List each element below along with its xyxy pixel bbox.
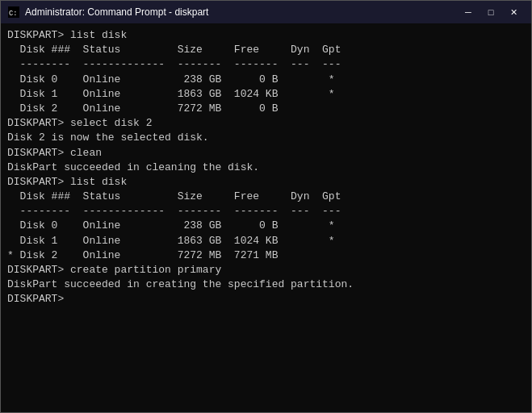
- console-line: DiskPart succeeded in creating the speci…: [7, 277, 525, 292]
- console-line: DISKPART>: [7, 292, 525, 307]
- console-line: Disk 0 Online 238 GB 0 B *: [7, 73, 525, 87]
- console-line: DiskPart succeeded in cleaning the disk.: [7, 161, 525, 175]
- window-controls: ─ □ ✕: [457, 1, 525, 23]
- console-line: DISKPART> select disk 2: [7, 116, 525, 131]
- console-output[interactable]: DISKPART> list disk Disk ### Status Size…: [1, 23, 531, 412]
- close-button[interactable]: ✕: [502, 1, 525, 23]
- minimize-button[interactable]: ─: [457, 1, 480, 23]
- console-line: Disk 1 Online 1863 GB 1024 KB *: [7, 234, 525, 248]
- window: C: Administrator: Command Prompt - diskp…: [0, 0, 532, 413]
- console-line: -------- ------------- ------- ------- -…: [7, 57, 525, 72]
- svg-text:C:: C:: [9, 10, 18, 18]
- console-line: DISKPART> list disk: [7, 28, 525, 43]
- console-line: DISKPART> create partition primary: [7, 263, 525, 277]
- maximize-button[interactable]: □: [480, 1, 502, 23]
- cmd-icon: C:: [7, 6, 20, 19]
- console-line: DISKPART> list disk: [7, 175, 525, 190]
- console-line: * Disk 2 Online 7272 MB 7271 MB: [7, 248, 525, 263]
- console-line: Disk ### Status Size Free Dyn Gpt: [7, 43, 525, 57]
- console-line: DISKPART> clean: [7, 146, 525, 161]
- console-line: -------- ------------- ------- ------- -…: [7, 204, 525, 219]
- console-line: Disk ### Status Size Free Dyn Gpt: [7, 190, 525, 204]
- title-bar: C: Administrator: Command Prompt - diskp…: [1, 1, 531, 23]
- console-line: Disk 2 Online 7272 MB 0 B: [7, 102, 525, 116]
- window-title: Administrator: Command Prompt - diskpart: [25, 6, 457, 18]
- console-line: Disk 2 is now the selected disk.: [7, 131, 525, 145]
- console-line: Disk 0 Online 238 GB 0 B *: [7, 219, 525, 233]
- console-line: Disk 1 Online 1863 GB 1024 KB *: [7, 87, 525, 102]
